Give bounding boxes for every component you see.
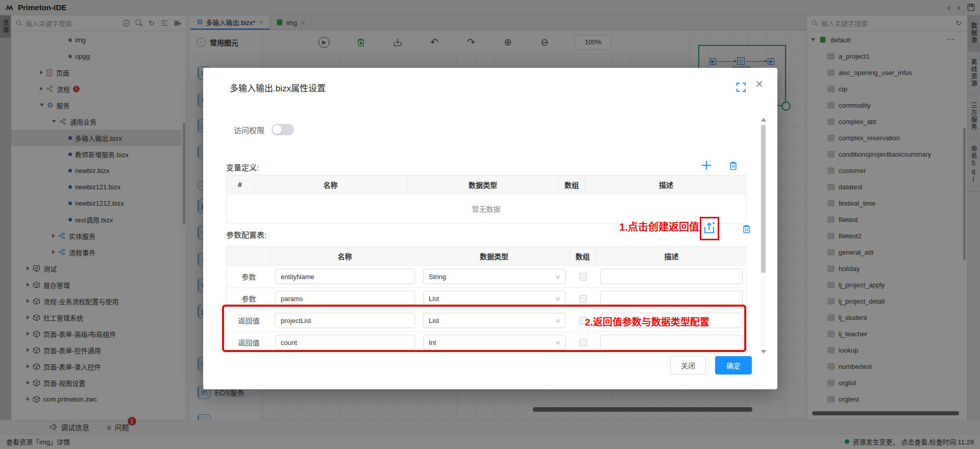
param-desc-input[interactable]	[600, 335, 743, 350]
param-row: 参数paramsList∨	[227, 287, 746, 309]
params-section-label: 参数配置表:	[226, 229, 266, 240]
add-variable-icon[interactable]	[700, 159, 713, 172]
column-header: 名称	[271, 247, 419, 265]
access-permission-label: 访问权限	[234, 124, 264, 135]
params-table: 名称数据类型数组描述 参数entityNameString∨参数paramsLi…	[226, 246, 746, 354]
param-type-value: Int	[429, 339, 436, 346]
param-row: 返回值countInt∨	[227, 331, 746, 353]
dialog-title: 多输入输出.bizx属性设置	[230, 81, 326, 94]
app-window: Primeton-IDE ‹ › 资源 输入关键字搜索 AI↻ imgopgg页…	[0, 0, 980, 449]
column-header: 数据类型	[408, 176, 558, 194]
param-desc-input[interactable]	[600, 269, 743, 284]
ok-button[interactable]: 确定	[715, 356, 752, 375]
delete-variable-icon[interactable]	[727, 159, 739, 172]
column-header: 描述	[585, 176, 747, 194]
param-type-value: String	[429, 273, 446, 281]
param-kind-label: 返回值	[227, 315, 271, 326]
column-header: 数据类型	[419, 247, 570, 265]
variables-section-label: 变量定义:	[226, 162, 259, 172]
variables-table: #名称数据类型数组描述 暂无数据	[226, 175, 746, 223]
fullscreen-icon[interactable]	[736, 82, 746, 92]
access-permission-toggle[interactable]	[272, 124, 294, 135]
close-button[interactable]: 关闭	[670, 356, 706, 375]
chevron-down-icon: ∨	[555, 295, 561, 302]
column-header: #	[227, 176, 254, 194]
chevron-down-icon: ∨	[555, 273, 561, 280]
param-type-value: List	[429, 295, 439, 303]
annotation-step1-box	[700, 217, 719, 240]
modal-scrollbar[interactable]	[761, 117, 766, 355]
param-desc-input[interactable]	[600, 291, 743, 306]
param-kind-label: 返回值	[227, 337, 271, 347]
param-kind-label: 参数	[227, 271, 271, 282]
param-kind-label: 参数	[227, 293, 271, 304]
param-array-checkbox[interactable]	[579, 273, 587, 281]
delete-param-icon[interactable]	[740, 222, 752, 235]
chevron-down-icon: ∨	[555, 339, 561, 346]
properties-dialog: 多输入输出.bizx属性设置 × 访问权限 变量定义: #名称数据类型数组描述 …	[203, 68, 777, 389]
annotation-step2: 2.返回值参数与数据类型配置	[585, 314, 709, 328]
column-header: 数组	[570, 247, 596, 265]
param-row: 参数entityNameString∨	[227, 265, 746, 287]
annotation-step1: 1.点击创建返回值	[591, 219, 699, 234]
scroll-up-icon[interactable]	[761, 118, 766, 121]
access-permission-row: 访问权限	[234, 124, 294, 135]
param-type-select[interactable]: String∨	[423, 269, 566, 284]
param-type-select[interactable]: List∨	[423, 291, 566, 306]
param-name-input[interactable]: params	[275, 291, 415, 306]
param-type-select[interactable]: List∨	[423, 313, 566, 328]
chevron-down-icon: ∨	[555, 317, 561, 324]
scroll-down-icon[interactable]	[761, 350, 766, 354]
param-type-value: List	[429, 317, 439, 325]
param-name-input[interactable]: entityName	[275, 269, 415, 284]
param-name-input[interactable]: projectList	[275, 313, 415, 328]
column-header: 描述	[596, 247, 747, 265]
param-name-input[interactable]: count	[275, 335, 415, 350]
scrollbar-thumb[interactable]	[761, 125, 766, 273]
param-array-checkbox[interactable]	[579, 339, 587, 346]
column-header	[227, 247, 271, 265]
param-type-select[interactable]: Int∨	[423, 335, 566, 350]
param-array-checkbox[interactable]	[579, 295, 587, 303]
close-icon[interactable]: ×	[755, 77, 763, 90]
column-header: 数组	[558, 176, 585, 194]
column-header: 名称	[254, 176, 408, 194]
